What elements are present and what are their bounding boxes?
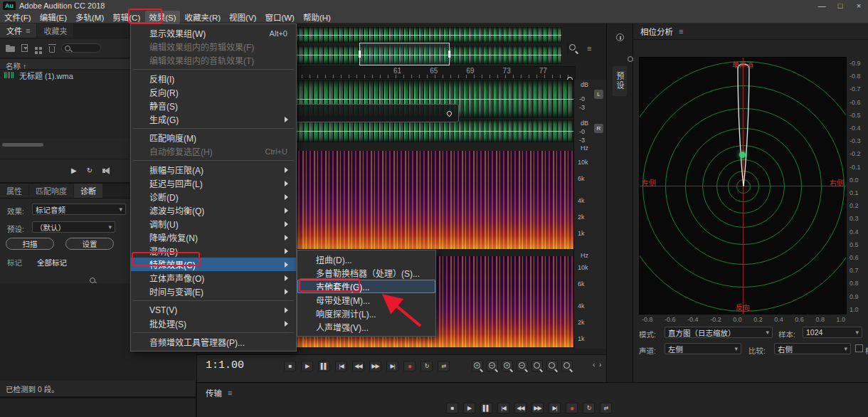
menubar-item[interactable]: 多轨(M) xyxy=(72,11,107,23)
loop-playback-button[interactable]: ↻ xyxy=(420,361,433,371)
effects-menu-item[interactable]: 混响(B) xyxy=(131,244,296,258)
stop-button[interactable]: ■ xyxy=(446,403,458,413)
zoom-in-button[interactable]: + xyxy=(472,360,483,371)
submenu-item[interactable]: 人声增强(V)... xyxy=(297,320,435,334)
effects-menu-item[interactable]: 生成(G) xyxy=(131,112,296,126)
zoom-in-time-button[interactable]: + xyxy=(502,360,513,371)
pause-button[interactable]: ▌▌ xyxy=(480,403,492,413)
panel-menu-icon[interactable]: ≡ xyxy=(26,26,30,35)
pin-icon[interactable] xyxy=(446,110,453,117)
channel-select[interactable]: 左侧▾ xyxy=(665,343,741,354)
menubar-item[interactable]: 文件(F) xyxy=(1,11,35,23)
samples-select[interactable]: 1024▾ xyxy=(803,327,862,338)
phase-panel-menu-icon[interactable]: ≡ xyxy=(679,27,683,36)
fast-forward-button[interactable]: ▶▶ xyxy=(369,361,381,371)
loop-preview-icon[interactable]: ↻ xyxy=(87,167,92,174)
compare-select[interactable]: 右侧▾ xyxy=(774,343,851,354)
maximize-button[interactable]: □ xyxy=(831,1,850,10)
overview-selection[interactable] xyxy=(359,43,450,65)
zoom-out-time-button[interactable]: − xyxy=(517,360,528,371)
import-file-icon[interactable] xyxy=(21,44,28,52)
transport-panel-menu-icon[interactable]: ≡ xyxy=(228,389,232,397)
play-button[interactable]: ▶ xyxy=(463,403,475,413)
speaker-icon[interactable] xyxy=(102,169,105,173)
search-input[interactable] xyxy=(61,43,101,53)
submenu-item[interactable]: 多普勒换档器（处理）(S)... xyxy=(297,266,435,280)
effects-menu-item[interactable]: 延迟与回声(L) xyxy=(131,176,296,190)
effects-menu-item[interactable]: VST(V) xyxy=(131,303,296,317)
search-markers-icon[interactable] xyxy=(90,278,95,283)
channel-right-badge[interactable]: R xyxy=(594,124,603,133)
normalize-checkbox[interactable] xyxy=(855,344,863,352)
scroll-left-icon[interactable]: ‹ xyxy=(593,361,595,369)
record-button[interactable]: ● xyxy=(566,403,578,413)
tab-properties[interactable]: 属性 xyxy=(0,184,28,198)
fast-forward-button[interactable]: ▶▶ xyxy=(531,403,544,413)
info-icon[interactable] xyxy=(616,33,624,41)
effects-menu-item[interactable]: 编辑效果组内的剪辑效果(F) xyxy=(131,40,296,53)
effects-menu-item[interactable]: 振幅与压限(A) xyxy=(131,163,296,176)
time-display[interactable]: 1:1.00 xyxy=(206,359,244,371)
effects-menu-item[interactable]: 批处理(S) xyxy=(131,317,296,330)
effects-menu-item[interactable]: 滤波与均衡(Q) xyxy=(131,204,296,217)
stop-button[interactable]: ■ xyxy=(284,361,296,371)
menubar-item[interactable]: 剪辑(C) xyxy=(109,11,144,23)
effects-menu-item[interactable]: 特殊效果(C) xyxy=(131,258,296,271)
loop-playback-button[interactable]: ↻ xyxy=(583,403,595,413)
scan-button[interactable]: 扫描 xyxy=(6,238,54,250)
zoom-navigate-icon[interactable] xyxy=(567,42,568,56)
tab-diagnostics[interactable]: 诊断 xyxy=(74,184,102,198)
effects-menu-item[interactable]: 反向(R) xyxy=(131,85,296,99)
effects-menu-item[interactable]: 静音(S) xyxy=(131,99,296,112)
submenu-item[interactable]: 吉他套件(G)... xyxy=(297,280,435,293)
settings-button[interactable]: 设置 xyxy=(65,238,114,250)
tab-favorites[interactable]: 收藏夹 xyxy=(37,23,73,38)
delete-icon[interactable] xyxy=(49,46,55,53)
effects-menu-item[interactable]: 降噪/恢复(N) xyxy=(131,231,296,244)
column-name[interactable]: 名称 ↑ xyxy=(6,60,26,71)
channel-left-badge[interactable]: L xyxy=(594,90,603,99)
skip-to-end-button[interactable]: ▶| xyxy=(549,403,561,413)
pause-button[interactable]: ▌▌ xyxy=(318,361,330,371)
play-button[interactable]: ▶ xyxy=(301,361,313,371)
close-button[interactable]: × xyxy=(850,1,868,10)
presets-collapsed-tab[interactable]: 预设 xyxy=(613,66,627,96)
tab-match-loudness[interactable]: 匹配响度 xyxy=(29,184,73,198)
zoom-out-button[interactable]: − xyxy=(487,360,498,371)
media-browser-icon[interactable] xyxy=(35,47,38,50)
scroll-right-icon[interactable]: › xyxy=(599,361,601,369)
rewind-button[interactable]: ◀◀ xyxy=(514,403,526,413)
effects-menu-item[interactable]: 显示效果组(W) Alt+0 xyxy=(131,26,296,40)
submenu-item[interactable]: 响度探测计(L)... xyxy=(297,307,435,320)
effects-menu-item[interactable]: 自动修复选区(H) Ctrl+U xyxy=(131,144,296,158)
preview-play-button[interactable]: ▶ xyxy=(71,167,77,174)
effect-select[interactable]: 标记音频▾ xyxy=(32,204,126,215)
skip-to-start-button[interactable]: |◀ xyxy=(335,361,347,371)
skip-to-start-button[interactable]: |◀ xyxy=(497,403,509,413)
submenu-item[interactable]: 母带处理(M)... xyxy=(297,293,435,307)
menubar-item[interactable]: 效果(S) xyxy=(145,11,179,23)
preset-select[interactable]: （默认）▾ xyxy=(32,221,115,233)
effects-menu-item[interactable]: 立体声声像(O) xyxy=(131,271,296,285)
editor-panel-menu-icon[interactable]: ≡ xyxy=(587,44,591,53)
menubar-item[interactable]: 编辑(E) xyxy=(36,11,70,23)
all-markers-tab[interactable]: 全部标记 xyxy=(37,257,67,268)
effects-menu-item[interactable]: 匹配响度(M) xyxy=(131,131,296,144)
effects-menu-item[interactable]: 诊断(D) xyxy=(131,190,296,204)
markers-tab[interactable]: 标记 xyxy=(7,257,22,268)
open-folder-icon[interactable] xyxy=(6,46,15,52)
submenu-item[interactable]: 扭曲(D)... xyxy=(297,253,435,266)
record-button[interactable]: ● xyxy=(403,361,416,371)
tab-files[interactable]: 文件 ≡ xyxy=(0,23,36,38)
zoom-to-selection-button[interactable] xyxy=(531,360,543,371)
effects-menu-item[interactable]: 反相(I) xyxy=(131,72,296,85)
menubar-item[interactable]: 视图(V) xyxy=(226,11,260,23)
menubar-item[interactable]: 窗口(W) xyxy=(261,11,298,23)
effects-menu-item[interactable]: 音频增效工具管理器(P)... xyxy=(131,335,296,349)
zoom-full-button[interactable] xyxy=(561,360,573,371)
minimize-button[interactable]: — xyxy=(813,1,831,10)
effects-menu-item[interactable]: 调制(U) xyxy=(131,217,296,231)
horizontal-scrollbar[interactable] xyxy=(2,143,43,147)
rewind-button[interactable]: ◀◀ xyxy=(352,361,364,371)
skip-to-end-button[interactable]: ▶| xyxy=(386,361,398,371)
